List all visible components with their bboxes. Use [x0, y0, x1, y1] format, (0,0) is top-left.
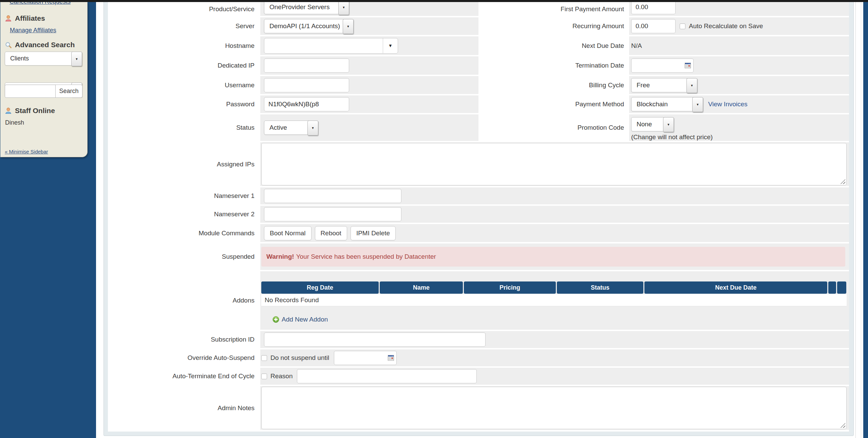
nameserver1-input[interactable] — [264, 189, 401, 203]
chevron-down-icon: ▼ — [71, 52, 82, 66]
addons-col-pricing: Pricing — [464, 281, 556, 294]
page-right-background — [863, 2, 868, 438]
calendar-icon[interactable] — [685, 63, 691, 69]
sidebar-search-group: Search — [5, 85, 82, 98]
auto-terminate-label: Auto-Terminate End of Cycle — [109, 368, 260, 385]
minimise-sidebar-link[interactable]: « Minimise Sidebar — [5, 149, 48, 154]
password-label: Password — [109, 95, 260, 113]
sidebar-section-affiliates: Affiliates — [5, 14, 45, 22]
addons-col-action2 — [837, 281, 846, 294]
product-service-value: OneProvider Servers — [269, 3, 329, 11]
username-input[interactable] — [264, 78, 349, 92]
addons-col-next-due-date: Next Due Date — [644, 281, 827, 294]
addons-col-action1 — [828, 281, 836, 294]
promotion-code-value: None — [637, 121, 652, 128]
chevron-down-icon: ▼ — [307, 121, 318, 135]
addons-col-status: Status — [557, 281, 643, 294]
scrollbar-track-line-2 — [861, 2, 861, 438]
billing-cycle-select[interactable]: Free ▼ — [631, 78, 697, 92]
termination-date-input[interactable] — [631, 58, 694, 73]
payment-method-select[interactable]: Blockchain ▼ — [631, 97, 703, 111]
search-icon — [5, 41, 12, 49]
subscription-id-label: Subscription ID — [109, 331, 260, 348]
assigned-ips-label: Assigned IPs — [109, 142, 260, 186]
module-commands-label: Module Commands — [109, 224, 260, 242]
resize-handle[interactable] — [840, 423, 845, 428]
addons-label: Addons — [109, 271, 260, 330]
sidebar-section-title: Staff Online — [15, 107, 55, 115]
chevron-down-icon: ▼ — [663, 117, 674, 132]
addons-table-header: Reg Date Name Pricing Status Next Due Da… — [261, 281, 847, 294]
suspended-warning: Warning! Your Service has been suspended… — [261, 247, 845, 267]
product-service-select[interactable]: OneProvider Servers ▼ — [264, 2, 349, 14]
ipmi-delete-button[interactable]: IPMI Delete — [351, 226, 396, 240]
sidebar-search-button[interactable]: Search — [55, 85, 82, 98]
boot-normal-button[interactable]: Boot Normal — [264, 226, 312, 240]
subscription-id-input[interactable] — [264, 332, 486, 347]
server-select[interactable]: DemoAPI (1/1 Accounts) ▼ — [264, 19, 354, 33]
plus-icon — [272, 316, 279, 323]
termination-date-label: Termination Date — [478, 56, 629, 75]
auto-terminate-checkbox[interactable] — [261, 373, 267, 379]
recurring-amount-label: Recurring Amount — [478, 17, 629, 35]
add-new-addon-link[interactable]: Add New Addon — [272, 316, 328, 323]
chevron-down-icon[interactable]: ▼ — [383, 38, 398, 53]
payment-method-label: Payment Method — [478, 95, 629, 113]
reason-label: Reason — [270, 372, 293, 380]
warning-text: Your Service has been suspended by Datac… — [296, 253, 436, 260]
sidebar-section-title: Affiliates — [15, 14, 45, 22]
status-select[interactable]: Active ▼ — [264, 121, 318, 135]
billing-cycle-label: Billing Cycle — [478, 76, 629, 94]
server-label: Server — [109, 17, 260, 35]
next-due-date-value: N/A — [631, 42, 642, 50]
addons-col-name: Name — [380, 281, 463, 294]
addons-col-reg-date: Reg Date — [261, 281, 379, 294]
calendar-icon[interactable] — [388, 355, 394, 361]
next-due-date-label: Next Due Date — [478, 36, 629, 55]
chevron-down-icon: ▼ — [343, 19, 354, 34]
sidebar-link-manage-affiliates[interactable]: Manage Affiliates — [10, 27, 56, 34]
chevron-down-icon: ▼ — [692, 97, 703, 112]
billing-cycle-value: Free — [637, 81, 650, 89]
promotion-code-select[interactable]: None ▼ — [631, 117, 674, 131]
addons-table: Reg Date Name Pricing Status Next Due Da… — [261, 281, 847, 306]
username-label: Username — [109, 76, 260, 94]
dedicated-ip-label: Dedicated IP — [109, 56, 260, 75]
sidebar-link-cancellation-requests[interactable]: Cancellation Requests — [10, 2, 71, 5]
auto-recalculate-label: Auto Recalculate on Save — [689, 22, 763, 30]
sidebar-section-title: Advanced Search — [15, 41, 75, 49]
server-value: DemoAPI (1/1 Accounts) — [269, 22, 340, 30]
first-payment-amount-input[interactable] — [631, 2, 676, 14]
staff-online-name: Dinesh — [5, 119, 24, 126]
hostname-combobox[interactable]: ▼ — [264, 38, 398, 54]
do-not-suspend-label: Do not suspend until — [270, 354, 329, 362]
sidebar-section-advanced-search: Advanced Search — [5, 41, 75, 49]
assigned-ips-textarea[interactable] — [261, 143, 847, 185]
hostname-label: Hostname — [109, 36, 260, 55]
admin-notes-textarea[interactable] — [261, 387, 847, 429]
promotion-code-label: Promotion Code — [478, 114, 629, 141]
first-payment-amount-label: First Payment Amount — [478, 2, 629, 16]
search-type-value: Clients — [10, 55, 29, 62]
override-auto-suspend-label: Override Auto-Suspend — [109, 349, 260, 366]
search-type-select[interactable]: Clients ▼ — [5, 52, 82, 66]
top-black-bar — [0, 0, 868, 2]
suspended-label: Suspended — [109, 243, 260, 270]
auto-terminate-reason-input[interactable] — [297, 369, 477, 383]
auto-recalculate-checkbox[interactable] — [680, 23, 685, 29]
resize-handle[interactable] — [840, 179, 845, 184]
dedicated-ip-input[interactable] — [264, 58, 349, 73]
suspend-until-date-input[interactable] — [334, 351, 397, 365]
override-auto-suspend-checkbox[interactable] — [261, 355, 267, 361]
view-invoices-link[interactable]: View Invoices — [708, 101, 748, 108]
reboot-button[interactable]: Reboot — [315, 226, 347, 240]
admin-sidebar: Cancellation Requests Affiliates Manage … — [0, 2, 88, 157]
nameserver2-input[interactable] — [264, 207, 401, 221]
scrollbar-track-line — [855, 2, 856, 438]
recurring-amount-input[interactable] — [631, 19, 676, 33]
sidebar-search-input[interactable] — [5, 85, 56, 98]
addons-empty-row: No Records Found — [261, 294, 847, 306]
product-service-label: Product/Service — [109, 2, 260, 16]
password-input[interactable] — [264, 97, 349, 111]
status-value: Active — [269, 124, 287, 131]
